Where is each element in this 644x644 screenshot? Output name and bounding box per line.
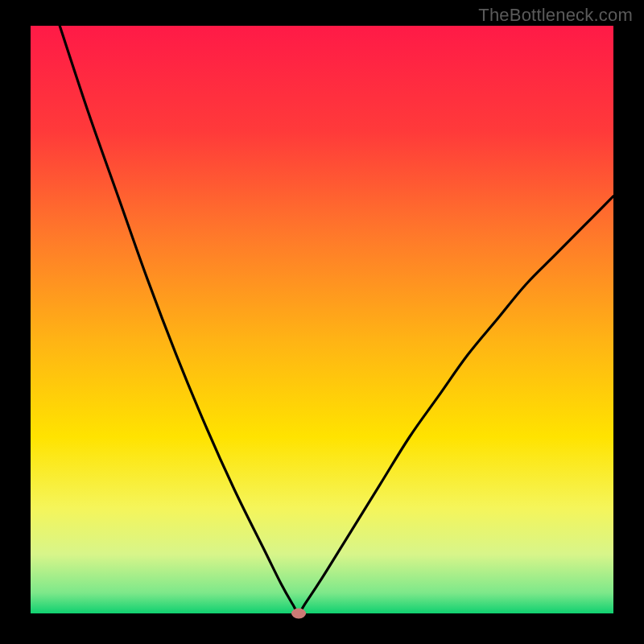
watermark-text: TheBottleneck.com [478, 5, 633, 26]
chart-frame: TheBottleneck.com [0, 0, 644, 644]
bottleneck-chart [0, 0, 644, 644]
plot-background [31, 26, 613, 613]
optimal-point-marker [291, 609, 306, 619]
